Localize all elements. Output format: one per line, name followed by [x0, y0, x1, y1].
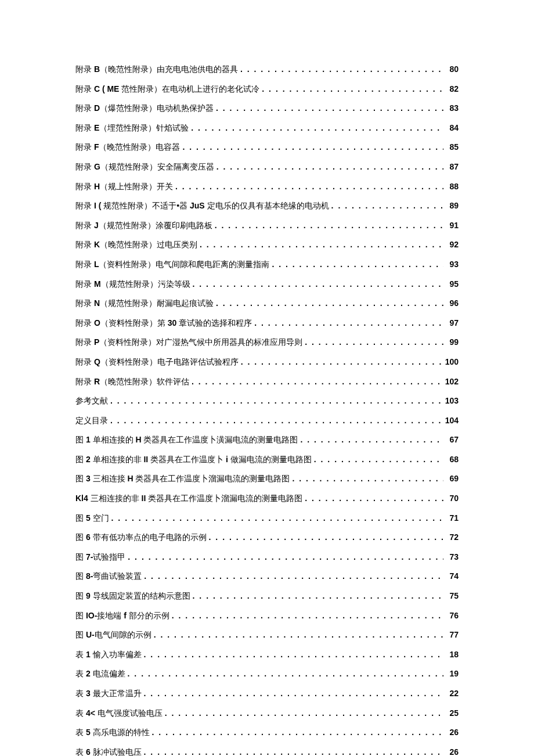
toc-entry-label: 图 9 导线固定装置的结构示意图	[75, 591, 190, 602]
toc-entry: 表 5 高乐电源的特性26	[75, 727, 459, 739]
toc-leader-dots	[302, 493, 446, 505]
toc-entry-label: Kl4 三相连接的非 II 类器具在工作温度卜溜漏电流的测量电路图	[75, 493, 302, 505]
toc-entry-label: 附录 F（晚范性附录）电容器	[75, 142, 180, 153]
toc-entry-label: 附录 G（规范性附录）安全隔离变压器	[75, 161, 214, 173]
toc-entry: 附录 N（规范性附录）耐漏电起痕试验96	[75, 298, 459, 309]
toc-entry-label: 表 1 愉入功率偏差	[75, 649, 142, 661]
toc-entry-label: 附录 N（规范性附录）耐漏电起痕试验	[75, 298, 214, 309]
toc-entry: 附录 B（晚范性附录）由充电电池供电的器具80	[75, 64, 459, 75]
toc-entry: 表 1 愉入功率偏差18	[75, 649, 459, 661]
toc-leader-dots	[214, 103, 446, 114]
toc-entry: 表 6 脉冲试验电压26	[75, 747, 459, 756]
toc-entry: 表 4< 电气强度试验电压25	[75, 708, 459, 719]
toc-entry-label: 附录 M（规范性附录）污染等级	[75, 279, 190, 290]
toc-entry: 定义目录104	[75, 415, 459, 427]
toc-entry-page: 102	[445, 376, 459, 388]
toc-entry-page: 72	[446, 532, 459, 543]
toc-entry-page: 99	[446, 337, 459, 348]
toc-leader-dots	[238, 64, 446, 75]
toc-leader-dots	[108, 395, 445, 407]
toc-entry: 附录 K（晚范性附录）过电压类别92	[75, 239, 459, 251]
toc-leader-dots	[302, 337, 446, 348]
toc-entry-label: 图 5 空门	[75, 513, 109, 524]
toc-entry-label: 图 8-弯曲试验装置	[75, 571, 142, 582]
toc-entry-page: 87	[446, 161, 459, 173]
toc-leader-dots	[151, 629, 446, 641]
toc-entry: 附录 G（规范性附录）安全隔离变压器87	[75, 161, 459, 173]
toc-entry: 表 3 最大正常温升22	[75, 688, 459, 700]
toc-entry-page: 91	[446, 220, 459, 232]
toc-entry: 附录 O（资料性附录）第 30 章试验的选择和程序97	[75, 318, 459, 329]
toc-entry-page: 22	[446, 688, 459, 700]
toc-entry-page: 96	[446, 298, 459, 309]
toc-entry: 附录 Q（资料性附录）电子电路评估试验程序100	[75, 357, 459, 368]
toc-entry-page: 26	[446, 727, 459, 739]
toc-leader-dots	[150, 727, 446, 739]
toc-leader-dots	[197, 239, 446, 251]
toc-entry-label: 参考文献	[75, 395, 108, 407]
toc-entry-page: 80	[446, 64, 459, 75]
toc-entry-page: 103	[445, 395, 459, 407]
toc-entry-label: 附录 H（规上性附录）开关	[75, 181, 173, 193]
toc-entry-label: 附录 E（埋范性附录）针焰试验	[75, 123, 189, 134]
toc-entry-label: 附录 L（资料性附录）电气间隙和爬电距离的测量指南	[75, 259, 269, 271]
toc-entry-page: 18	[446, 649, 459, 661]
toc-entry: 附录 R（晚范性附录）软件评估102	[75, 376, 459, 388]
toc-entry-page: 85	[446, 142, 459, 153]
toc-entry: 图 2 单相连接的非 II 类器具在工作温度卜 i 做漏电流的测量电路图68	[75, 454, 459, 466]
toc-entry: 图 5 空门71	[75, 513, 459, 524]
toc-entry: 附录 P（资料性附录）对广湿热气候中所用器具的标准应用导则99	[75, 337, 459, 348]
toc-entry-label: 附录 D（爆范性附录）电动机热保护器	[75, 103, 214, 114]
toc-entry-page: 69	[446, 473, 459, 485]
toc-entry-label: 附录 C ( ME 范性附录）在电动机上进行的老化试冷	[75, 84, 259, 95]
toc-leader-dots	[212, 220, 446, 232]
toc-entry-label: 表 3 最大正常温升	[75, 688, 142, 700]
toc-leader-dots	[142, 747, 446, 756]
toc-entry-page: 26	[446, 747, 459, 756]
toc-entry: 图 IO-接地端 f 部分的示例76	[75, 610, 459, 622]
toc-leader-dots	[239, 357, 445, 368]
toc-entry-label: 附录 K（晚范性附录）过电压类别	[75, 239, 197, 251]
toc-entry-page: 74	[446, 571, 459, 582]
toc-entry-page: 73	[446, 552, 459, 563]
toc-entry: 图 7-试验指甲73	[75, 552, 459, 563]
toc-entry-page: 104	[445, 415, 459, 427]
toc-leader-dots	[173, 181, 446, 193]
toc-entry-page: 70	[446, 493, 459, 505]
toc-entry: 附录 M（规范性附录）污染等级95	[75, 279, 459, 290]
toc-leader-dots	[290, 473, 446, 485]
toc-entry: 附录 E（埋范性附录）针焰试验84	[75, 123, 459, 134]
toc-leader-dots	[298, 434, 446, 446]
toc-entry-page: 19	[446, 668, 459, 680]
toc-entry-page: 83	[446, 103, 459, 114]
toc-leader-dots	[207, 532, 446, 543]
toc-leader-dots	[252, 318, 446, 329]
toc-entry-page: 89	[446, 200, 459, 212]
toc-entry: 附录 I ( 规范性附录）不适于•器 JuS 定电乐的仅具有基本绝缘的电动机89	[75, 200, 459, 212]
toc-leader-dots	[190, 591, 446, 602]
toc-leader-dots	[169, 610, 446, 622]
toc-entry: 图 3 三相连接 H 类器具在工作温度卜溜漏电流的测量电路图69	[75, 473, 459, 485]
toc-entry-page: 82	[446, 84, 459, 95]
toc-entry-label: 附录 Q（资料性附录）电子电路评估试验程序	[75, 357, 239, 368]
toc-leader-dots	[142, 571, 446, 582]
toc-entry: 附录 J（规范性附录）涂覆印刷电路板91	[75, 220, 459, 232]
toc-leader-dots	[214, 161, 446, 173]
toc-leader-dots	[125, 552, 446, 563]
toc-entry-label: 图 IO-接地端 f 部分的示例	[75, 610, 169, 622]
toc-entry: 图 8-弯曲试验装置74	[75, 571, 459, 582]
toc-leader-dots	[142, 649, 446, 661]
toc-entry-label: 定义目录	[75, 415, 108, 427]
toc-entry-label: 图 3 三相连接 H 类器具在工作温度卜溜漏电流的测量电路图	[75, 473, 290, 485]
toc-entry: 附录 D（爆范性附录）电动机热保护器83	[75, 103, 459, 114]
toc-entry-page: 93	[446, 259, 459, 271]
toc-leader-dots	[329, 200, 446, 212]
toc-entry-label: 表 4< 电气强度试验电压	[75, 708, 163, 719]
toc-leader-dots	[269, 259, 446, 271]
toc-entry-page: 84	[446, 123, 459, 134]
toc-entry-label: 附录 R（晚范性附录）软件评估	[75, 376, 189, 388]
toc-leader-dots	[142, 688, 446, 700]
toc-entry: 图 1 单相连接的 H 类器具在工作温度卜潢漏电流的测量电路图67	[75, 434, 459, 446]
toc-entry-label: 附录 I ( 规范性附录）不适于•器 JuS 定电乐的仅具有基本绝缘的电动机	[75, 200, 329, 212]
toc-entry: Kl4 三相连接的非 II 类器具在工作温度卜溜漏电流的测量电路图70	[75, 493, 459, 505]
